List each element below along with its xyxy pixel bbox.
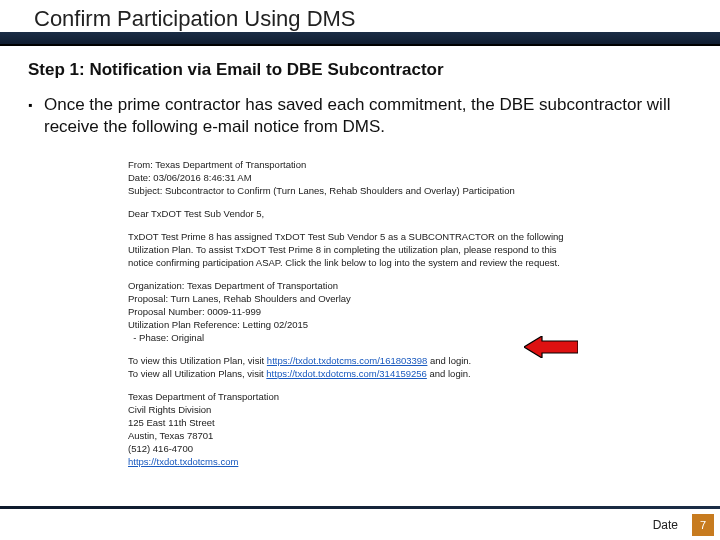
- email-date: Date: 03/06/2016 8:46:31 AM: [128, 171, 598, 184]
- email-body-line: Utilization Plan. To assist TxDOT Test P…: [128, 243, 598, 256]
- email-signature-line: 125 East 11th Street: [128, 416, 598, 429]
- email-greeting: Dear TxDOT Test Sub Vendor 5,: [128, 207, 598, 220]
- email-subject: Subject: Subcontractor to Confirm (Turn …: [128, 184, 598, 197]
- bullet-square-icon: ▪: [28, 94, 38, 116]
- email-view-all-link[interactable]: https://txdot.txdotcms.com/314159256: [266, 368, 427, 379]
- slide-title: Confirm Participation Using DMS: [34, 6, 356, 32]
- footer-divider: [0, 506, 720, 509]
- step-heading: Step 1: Notification via Email to DBE Su…: [28, 60, 692, 80]
- email-view-all-prefix: To view all Utilization Plans, visit: [128, 368, 266, 379]
- title-underline: [0, 44, 720, 46]
- email-body-line: notice confirming participation ASAP. Cl…: [128, 256, 598, 269]
- email-signature-line: Texas Department of Transportation: [128, 390, 598, 403]
- page-number-badge: 7: [692, 514, 714, 536]
- email-view-all: To view all Utilization Plans, visit htt…: [128, 367, 598, 380]
- email-signature-line: (512) 416-4700: [128, 442, 598, 455]
- email-screenshot: From: Texas Department of Transportation…: [128, 158, 598, 468]
- title-bar: Confirm Participation Using DMS: [0, 0, 720, 46]
- email-view-this-link[interactable]: https://txdot.txdotcms.com/161803398: [267, 355, 428, 366]
- bullet-item: ▪ Once the prime contractor has saved ea…: [28, 94, 692, 138]
- red-arrow-left-icon: [524, 336, 578, 358]
- email-proposal-number: Proposal Number: 0009-11-999: [128, 305, 598, 318]
- email-body-line: TxDOT Test Prime 8 has assigned TxDOT Te…: [128, 230, 598, 243]
- footer: Date 7: [0, 506, 720, 540]
- email-proposal: Proposal: Turn Lanes, Rehab Shoulders an…: [128, 292, 598, 305]
- slide: Confirm Participation Using DMS Step 1: …: [0, 0, 720, 540]
- footer-date-label: Date: [653, 518, 678, 532]
- svg-marker-0: [524, 336, 578, 358]
- email-view-this-prefix: To view this Utilization Plan, visit: [128, 355, 267, 366]
- email-plan-ref: Utilization Plan Reference: Letting 02/2…: [128, 318, 598, 331]
- email-signature-link: https://txdot.txdotcms.com: [128, 455, 598, 468]
- email-signature-url[interactable]: https://txdot.txdotcms.com: [128, 456, 238, 467]
- email-and-login: and login.: [427, 355, 471, 366]
- slide-body: Step 1: Notification via Email to DBE Su…: [28, 60, 692, 138]
- email-signature-line: Austin, Texas 78701: [128, 429, 598, 442]
- email-from: From: Texas Department of Transportation: [128, 158, 598, 171]
- page-number: 7: [700, 519, 706, 531]
- bullet-text: Once the prime contractor has saved each…: [38, 94, 692, 138]
- email-and-login: and login.: [427, 368, 471, 379]
- email-signature-line: Civil Rights Division: [128, 403, 598, 416]
- email-org: Organization: Texas Department of Transp…: [128, 279, 598, 292]
